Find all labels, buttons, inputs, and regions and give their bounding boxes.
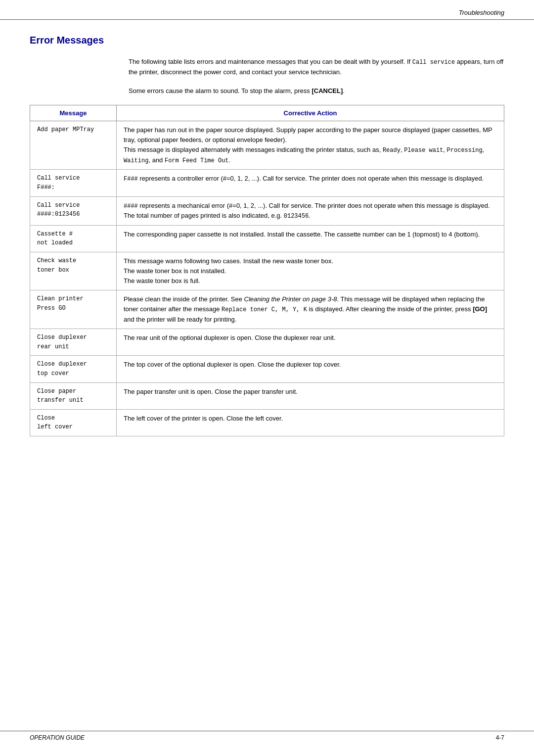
message-cell: Check waste toner box [30,252,117,290]
mono-text: F### [124,176,138,183]
section-title: Error Messages [30,35,504,46]
mono-text: #### [124,203,138,210]
table-row: Call service F###:F### represents a cont… [30,170,504,196]
action-cell: The rear unit of the optional duplexer i… [117,329,504,356]
message-cell: Close duplexer top cover [30,356,117,382]
action-cell: F### represents a controller error (#=0,… [117,170,504,196]
intro-paragraph: The following table lists errors and mai… [129,57,504,77]
footer-left: OPERATION GUIDE [30,734,85,741]
message-cell: Cassette # not loaded [30,225,117,252]
message-cell: Call service ####:0123456 [30,196,117,225]
mono-text: Waiting [124,157,148,164]
col-header-message: Message [30,105,117,121]
footer-right: 4-7 [496,734,504,741]
mono-text: Please wait [404,147,443,154]
error-table: Message Corrective Action Add paper MPTr… [30,105,504,436]
alarm-paragraph: Some errors cause the alarm to sound. To… [129,86,504,96]
table-row: Cassette # not loadedThe corresponding p… [30,225,504,252]
table-row: Close paper transfer unitThe paper trans… [30,382,504,409]
mono-text: Form Feed Time Out [165,157,229,164]
page-footer: OPERATION GUIDE 4-7 [0,731,534,741]
mono-text: 0123456 [284,213,309,220]
mono-text: Ready [383,147,400,154]
table-row: Add paper MPTrayThe paper has run out in… [30,121,504,169]
page-container: Troubleshooting Error Messages The follo… [0,0,534,756]
table-row: Call service ####:0123456#### represents… [30,196,504,225]
table-row: Close duplexer rear unitThe rear unit of… [30,329,504,356]
mono-text: Processing [447,147,483,154]
message-cell: Call service F###: [30,170,117,196]
action-cell: #### represents a mechanical error (#=0,… [117,196,504,225]
table-row: Clean printer Press GOPlease clean the i… [30,290,504,329]
action-cell: The corresponding paper cassette is not … [117,225,504,252]
message-cell: Close duplexer rear unit [30,329,117,356]
action-cell: Please clean the inside of the printer. … [117,290,504,329]
message-cell: Close left cover [30,409,117,436]
action-cell: The top cover of the optional duplexer i… [117,356,504,382]
table-header-row: Message Corrective Action [30,105,504,121]
col-header-action: Corrective Action [117,105,504,121]
bold-text: [GO] [473,305,487,313]
table-row: Close duplexer top coverThe top cover of… [30,356,504,382]
table-row: Close left coverThe left cover of the pr… [30,409,504,436]
action-cell: This message warns following two cases. … [117,252,504,290]
action-cell: The paper transfer unit is open. Close t… [117,382,504,409]
call-service-mono: Call service [412,59,455,66]
message-cell: Clean printer Press GO [30,290,117,329]
cancel-bold: [CANCEL] [312,87,343,94]
page-header: Troubleshooting [0,0,534,20]
message-cell: Add paper MPTray [30,121,117,169]
mono-text: Replace toner C, M, Y, K [222,306,307,313]
content-area: Error Messages The following table lists… [0,20,534,456]
italic-text: Cleaning the Printer on page 3-8 [244,295,337,303]
action-cell: The paper has run out in the paper sourc… [117,121,504,169]
table-row: Check waste toner boxThis message warns … [30,252,504,290]
message-cell: Close paper transfer unit [30,382,117,409]
action-cell: The left cover of the printer is open. C… [117,409,504,436]
header-title: Troubleshooting [459,9,504,16]
